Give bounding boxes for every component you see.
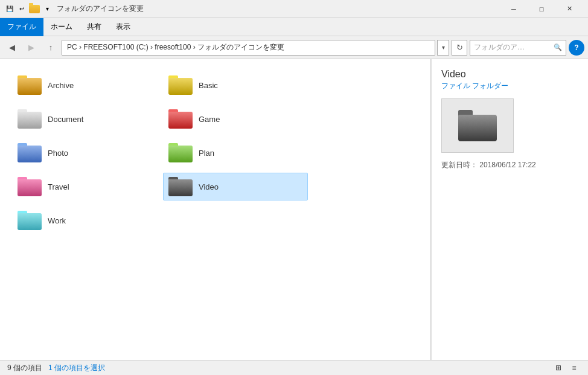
address-expand-button[interactable]: ▾ <box>437 40 449 56</box>
undo-icon: ↩ <box>17 4 27 14</box>
address-bar[interactable]: PC › FREESOFT100 (C:) › freesoft100 › フォ… <box>62 40 435 56</box>
save-icon: 💾 <box>5 4 14 14</box>
menu-home[interactable]: ホーム <box>43 18 80 36</box>
item-count: 9 個の項目 <box>7 363 42 373</box>
folder-shine <box>18 213 42 230</box>
titlebar-system-icons: 💾 ↩ ▾ <box>5 4 52 14</box>
folder-icon <box>18 211 42 230</box>
toolbar: ◀ ▶ ↑ PC › FREESOFT100 (C:) › freesoft10… <box>0 36 588 59</box>
folder-icon <box>168 177 193 196</box>
back-button[interactable]: ◀ <box>4 39 21 56</box>
folder-shine <box>18 179 42 196</box>
preview-folder-icon <box>458 110 497 141</box>
selected-count: 1 個の項目を選択 <box>48 363 105 373</box>
folder-shine <box>18 112 42 129</box>
folder-shine <box>168 179 193 196</box>
statusbar: 9 個の項目 1 個の項目を選択 ⊞ ≡ <box>0 360 588 375</box>
folder-item[interactable]: Archive <box>12 71 157 99</box>
window-controls: ─ □ ✕ <box>500 0 583 18</box>
refresh-button[interactable]: ↻ <box>452 40 467 56</box>
search-placeholder: フォルダのア… <box>474 42 525 53</box>
dropdown-icon[interactable]: ▾ <box>42 4 52 14</box>
preview-title: Video <box>441 69 578 80</box>
folder-item[interactable]: Work <box>12 207 157 234</box>
folder-icon <box>18 143 42 162</box>
folder-shine <box>168 78 193 95</box>
folder-label: Document <box>48 115 83 124</box>
folder-icon <box>18 109 42 129</box>
folder-label: Plan <box>199 149 214 158</box>
menu-view[interactable]: 表示 <box>109 18 138 36</box>
menu-file[interactable]: ファイル <box>0 18 43 36</box>
window-title: フォルダのアイコンを変更 <box>57 4 144 14</box>
forward-button: ▶ <box>23 39 40 56</box>
preview-thumbnail <box>441 98 514 153</box>
folder-label: Travel <box>48 182 69 191</box>
updated-label: 更新日時： <box>441 161 478 169</box>
preview-panel: Video ファイル フォルダー 更新日時： 2018/06/12 17:22 <box>431 59 588 360</box>
folder-label: Archive <box>48 81 74 90</box>
folder-item[interactable]: Travel <box>12 173 157 200</box>
preview-metadata: 更新日時： 2018/06/12 17:22 <box>441 160 578 170</box>
folder-item[interactable]: Photo <box>12 139 157 167</box>
folder-icon <box>29 5 40 13</box>
main-layout: ArchiveBasicDocumentGamePhotoPlanTravelV… <box>0 59 588 360</box>
folder-label: Basic <box>199 81 218 90</box>
folder-label: Video <box>199 182 219 191</box>
folder-item[interactable]: Document <box>12 105 157 133</box>
updated-value: 2018/06/12 17:22 <box>479 161 535 169</box>
folder-icon <box>168 75 193 95</box>
folder-shine <box>18 146 42 162</box>
list-view-button[interactable]: ≡ <box>567 362 581 373</box>
folder-icon <box>18 177 42 196</box>
help-button[interactable]: ? <box>569 40 584 56</box>
close-button[interactable]: ✕ <box>555 0 583 18</box>
preview-type: ファイル フォルダー <box>441 81 578 91</box>
minimize-button[interactable]: ─ <box>500 0 528 18</box>
folder-shine <box>168 112 193 129</box>
folder-item[interactable]: Game <box>163 105 308 133</box>
folder-grid: ArchiveBasicDocumentGamePhotoPlanTravelV… <box>12 71 418 234</box>
folder-shine <box>18 78 42 95</box>
folder-icon <box>168 143 193 162</box>
folder-icon <box>168 109 193 129</box>
view-controls: ⊞ ≡ <box>552 362 581 373</box>
folder-shine <box>168 146 193 162</box>
titlebar: 💾 ↩ ▾ フォルダのアイコンを変更 ─ □ ✕ <box>0 0 588 18</box>
folder-item[interactable]: Basic <box>163 71 308 99</box>
folder-item[interactable]: Video <box>163 173 308 200</box>
search-icon: 🔍 <box>554 43 562 51</box>
address-text: PC › FREESOFT100 (C:) › freesoft100 › フォ… <box>67 42 284 53</box>
folder-label: Work <box>48 216 66 225</box>
up-button[interactable]: ↑ <box>42 39 59 56</box>
menubar: ファイル ホーム 共有 表示 <box>0 18 588 36</box>
folder-label: Game <box>199 115 220 124</box>
search-bar[interactable]: フォルダのア… 🔍 <box>470 40 566 56</box>
maximize-button[interactable]: □ <box>528 0 555 18</box>
folder-item[interactable]: Plan <box>163 139 308 167</box>
folder-icon <box>18 75 42 95</box>
file-area: ArchiveBasicDocumentGamePhotoPlanTravelV… <box>0 59 431 360</box>
menu-share[interactable]: 共有 <box>80 18 109 36</box>
folder-label: Photo <box>48 149 68 158</box>
details-view-button[interactable]: ⊞ <box>552 362 565 373</box>
